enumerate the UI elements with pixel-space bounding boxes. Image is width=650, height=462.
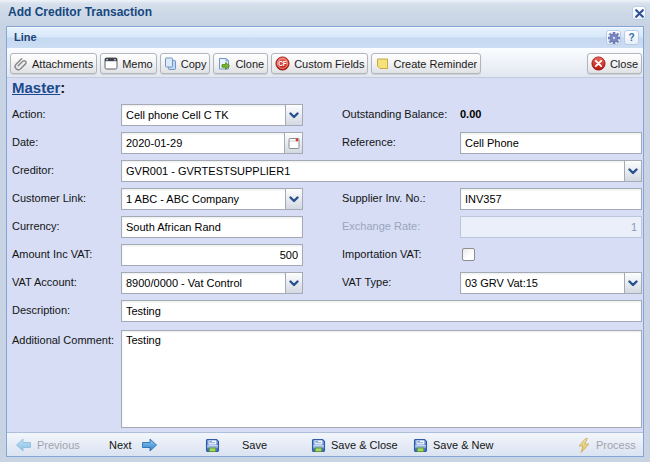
memo-icon <box>104 57 118 70</box>
custom-fields-button-label: Custom Fields <box>294 58 364 70</box>
create-reminder-button-label: Create Reminder <box>393 58 477 70</box>
vat-type-label: VAT Type: <box>342 276 391 288</box>
close-red-icon <box>591 56 606 71</box>
master-link-text: Master <box>12 79 60 96</box>
gear-icon <box>608 32 620 44</box>
previous-button[interactable]: Previous <box>15 433 80 457</box>
help-button[interactable]: ? <box>624 30 639 45</box>
action-select[interactable]: Cell phone Cell C TK <box>121 104 303 126</box>
amount-inc-vat-label: Amount Inc VAT: <box>12 248 92 260</box>
importation-vat-label: Importation VAT: <box>342 248 422 260</box>
supplier-inv-no-input[interactable] <box>460 188 642 210</box>
save-icon <box>205 438 220 453</box>
action-dropdown-button[interactable] <box>285 105 302 125</box>
reference-input[interactable] <box>460 132 642 154</box>
additional-comment-label: Additional Comment: <box>12 334 114 346</box>
action-label: Action: <box>12 108 46 120</box>
create-reminder-button[interactable]: Create Reminder <box>371 53 481 74</box>
date-field[interactable]: 2020-01-29 <box>121 132 303 154</box>
custom-fields-button[interactable]: CF Custom Fields <box>271 53 368 74</box>
vat-type-select[interactable]: 03 GRV Vat:15 <box>460 272 642 294</box>
cf-badge-text: CF <box>278 60 287 67</box>
description-input[interactable] <box>121 300 642 322</box>
settings-button[interactable] <box>606 30 621 45</box>
date-value: 2020-01-29 <box>122 133 284 153</box>
vat-account-select[interactable]: 8900/0000 - Vat Control <box>121 272 303 294</box>
next-button[interactable]: Next <box>109 433 158 457</box>
chevron-down-icon <box>289 280 299 287</box>
panel-header-buttons: ? <box>606 30 639 45</box>
arrow-right-icon <box>141 438 158 452</box>
action-value: Cell phone Cell C TK <box>122 105 285 125</box>
vat-type-dropdown-button[interactable] <box>624 273 641 293</box>
memo-button-label: Memo <box>122 58 153 70</box>
line-panel-header: Line <box>7 27 643 48</box>
vat-type-value: 03 GRV Vat:15 <box>461 273 624 293</box>
creditor-select[interactable]: GVR001 - GVRTESTSUPPLIER1 <box>121 160 642 182</box>
date-picker-button[interactable] <box>284 133 302 153</box>
exchange-rate-label: Exchange Rate: <box>342 220 420 232</box>
close-button[interactable]: Close <box>587 53 642 74</box>
chevron-down-icon <box>289 112 299 119</box>
master-heading[interactable]: Master: <box>12 79 65 96</box>
help-icon: ? <box>628 32 634 43</box>
save-icon <box>413 438 428 453</box>
currency-input[interactable] <box>121 216 303 238</box>
importation-vat-checkbox[interactable] <box>462 248 475 261</box>
add-creditor-transaction-window: Add Creditor Transaction Line <box>0 0 650 462</box>
attachments-button[interactable]: Attachments <box>10 53 97 74</box>
clone-button-label: Clone <box>235 58 264 70</box>
vat-account-dropdown-button[interactable] <box>285 273 302 293</box>
chevron-down-icon <box>628 280 638 287</box>
memo-button[interactable]: Memo <box>100 53 157 74</box>
creditor-dropdown-button[interactable] <box>624 161 641 181</box>
reference-label: Reference: <box>342 136 396 148</box>
toolbar: Attachments Memo Copy <box>7 48 643 78</box>
currency-label: Currency: <box>12 220 60 232</box>
save-close-button[interactable]: Save & Close <box>311 433 398 457</box>
panel-title: Line <box>14 31 37 43</box>
copy-icon <box>164 57 177 71</box>
custom-fields-icon: CF <box>275 56 290 71</box>
exchange-rate-input <box>460 216 642 238</box>
creditor-label: Creditor: <box>12 164 54 176</box>
form-area: Master: Action: Cell phone Cell C TK Out… <box>7 78 643 432</box>
close-icon <box>635 9 644 18</box>
next-button-label: Next <box>109 439 132 451</box>
bottom-toolbar: Previous Next Save <box>7 432 643 456</box>
line-panel: Line <box>6 26 644 457</box>
master-heading-colon: : <box>60 79 65 96</box>
process-button-label: Process <box>596 439 636 451</box>
creditor-value: GVR001 - GVRTESTSUPPLIER1 <box>122 161 624 181</box>
outstanding-balance-label: Outstanding Balance: <box>342 108 447 120</box>
additional-comment-textarea[interactable] <box>121 330 642 428</box>
save-button[interactable]: Save <box>205 433 267 457</box>
customer-link-label: Customer Link: <box>12 192 86 204</box>
process-button[interactable]: Process <box>577 433 636 457</box>
paperclip-icon <box>14 57 28 71</box>
chevron-down-icon <box>289 196 299 203</box>
save-new-button-label: Save & New <box>433 439 494 451</box>
window-close-button[interactable] <box>632 6 646 20</box>
clone-button[interactable]: Clone <box>213 53 268 74</box>
amount-inc-vat-input[interactable] <box>121 244 303 266</box>
calendar-icon <box>288 137 300 150</box>
customer-link-select[interactable]: 1 ABC - ABC Company <box>121 188 303 210</box>
attachments-button-label: Attachments <box>32 58 93 70</box>
chevron-down-icon <box>628 168 638 175</box>
clone-icon <box>217 57 231 71</box>
close-button-label: Close <box>610 58 638 70</box>
titlebar: Add Creditor Transaction <box>0 0 650 26</box>
vat-account-label: VAT Account: <box>12 276 77 288</box>
save-close-button-label: Save & Close <box>331 439 398 451</box>
save-icon <box>311 438 326 453</box>
window-title: Add Creditor Transaction <box>8 5 152 19</box>
previous-button-label: Previous <box>37 439 80 451</box>
outstanding-balance-value: 0.00 <box>460 108 481 120</box>
customer-link-dropdown-button[interactable] <box>285 189 302 209</box>
supplier-inv-no-label: Supplier Inv. No.: <box>342 192 426 204</box>
copy-button[interactable]: Copy <box>160 53 211 74</box>
description-label: Description: <box>12 304 70 316</box>
customer-link-value: 1 ABC - ABC Company <box>122 189 285 209</box>
save-new-button[interactable]: Save & New <box>413 433 494 457</box>
